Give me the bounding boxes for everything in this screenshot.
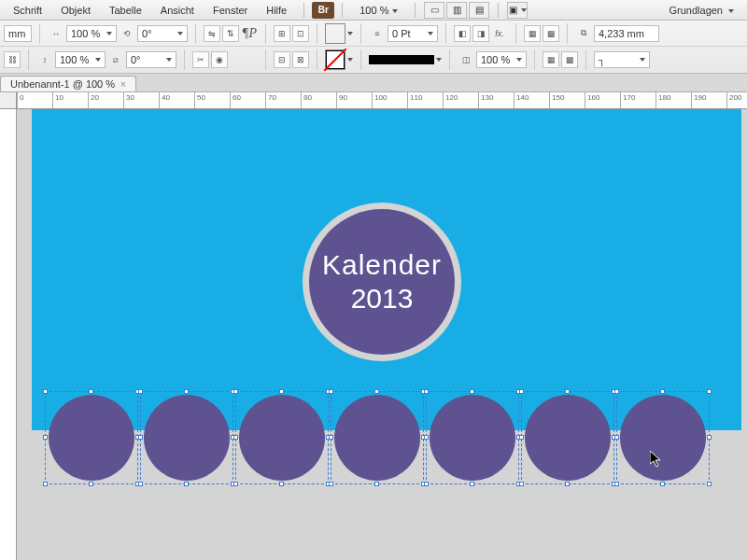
zoom-level[interactable]: 100 %	[350, 5, 407, 16]
selection-box[interactable]	[45, 391, 138, 484]
svg-line-0	[324, 49, 346, 71]
align-icon-2[interactable]: ⊡	[292, 25, 309, 42]
selection-box[interactable]	[426, 391, 519, 484]
effects-icon-2[interactable]: ◨	[472, 25, 489, 42]
wrap-icon-4[interactable]: ▩	[561, 51, 578, 68]
stroke-weight-icon: ≡	[369, 25, 386, 42]
horizontal-ruler[interactable]: 0102030405060708090100110120130140150160…	[17, 92, 747, 109]
selection-box[interactable]	[616, 391, 710, 484]
document-tab[interactable]: Unbenannt-1 @ 100 % ×	[0, 76, 136, 91]
flip-h-icon[interactable]: ⇋	[204, 25, 220, 42]
vertical-ruler[interactable]	[0, 109, 17, 560]
wrap-icon-3[interactable]: ▦	[543, 51, 559, 68]
view-mode-button-3[interactable]: ▤	[469, 2, 489, 19]
wrap-icon-2[interactable]: ▩	[543, 25, 559, 42]
flip-v-icon[interactable]: ⇅	[222, 25, 239, 42]
align-icon-1[interactable]: ⊞	[274, 25, 290, 42]
selection-box[interactable]	[235, 391, 329, 484]
canvas-area[interactable]: Kalender 2013	[0, 109, 747, 560]
control-panel: mm ↔ 100 % ⟲ 0° ⇋ ⇅ ¶P ⊞ ⊡ ≡ 0 Pt ◧ ◨ fx…	[0, 21, 747, 74]
shear-field[interactable]: 0°	[126, 51, 176, 68]
menu-ansicht[interactable]: Ansicht	[151, 0, 204, 21]
opacity-icon: ◫	[458, 51, 474, 68]
scale-x-icon: ↔	[48, 25, 64, 42]
wrap-icon-1[interactable]: ▦	[524, 25, 541, 42]
menu-schrift[interactable]: Schrift	[4, 0, 51, 21]
rotate-icon: ⟲	[119, 25, 135, 42]
effects-icon-1[interactable]: ◧	[454, 25, 471, 42]
document-tab-bar: Unbenannt-1 @ 100 % ×	[0, 74, 747, 92]
title-circle[interactable]: Kalender 2013	[309, 209, 455, 355]
measure-field[interactable]: 4,233 mm	[594, 25, 659, 42]
menu-fenster[interactable]: Fenster	[204, 0, 257, 21]
tool-icon-a[interactable]: ✂	[192, 51, 209, 68]
opacity-field[interactable]: 100 %	[476, 51, 527, 68]
rotate-field[interactable]: 0°	[137, 25, 188, 42]
corner-field[interactable]: ┐	[594, 51, 650, 68]
title-line-1: Kalender	[322, 249, 442, 281]
align-icon-3[interactable]: ⊟	[274, 51, 290, 68]
selection-box[interactable]	[331, 391, 424, 484]
page[interactable]: Kalender 2013	[32, 109, 741, 560]
shear-icon: ⧄	[107, 51, 124, 68]
selection-box[interactable]	[521, 391, 614, 484]
crop-icon: ⧉	[575, 25, 592, 42]
tool-icon-b[interactable]: ◉	[211, 51, 228, 68]
menu-objekt[interactable]: Objekt	[51, 0, 100, 21]
menu-hilfe[interactable]: Hilfe	[257, 0, 296, 21]
selection-box[interactable]	[140, 391, 233, 484]
unit-field[interactable]: mm	[4, 25, 32, 42]
fill-swatch[interactable]	[325, 23, 345, 44]
screen-mode-button[interactable]: ▣	[507, 2, 528, 19]
close-icon[interactable]: ×	[120, 79, 126, 90]
stroke-style[interactable]	[369, 55, 434, 64]
document-tab-label: Unbenannt-1 @ 100 %	[10, 78, 115, 90]
align-icon-4[interactable]: ⊠	[292, 51, 309, 68]
stroke-weight-field[interactable]: 0 Pt	[388, 25, 438, 42]
stroke-swatch[interactable]	[325, 49, 345, 70]
menu-bar: Schrift Objekt Tabelle Ansicht Fenster H…	[0, 0, 747, 21]
title-line-2: 2013	[351, 283, 414, 315]
workspace-switcher[interactable]: Grundlagen	[660, 5, 744, 16]
view-mode-button-1[interactable]: ▭	[424, 2, 444, 19]
scale-y-icon: ↕	[36, 51, 53, 68]
paragraph-icon[interactable]: ¶P	[241, 25, 258, 42]
bridge-icon[interactable]: Br	[312, 2, 334, 19]
ruler-origin[interactable]	[0, 92, 17, 109]
fx-icon[interactable]: fx.	[491, 25, 508, 42]
scale-x-field[interactable]: 100 %	[66, 25, 117, 42]
scale-y-field[interactable]: 100 %	[55, 51, 106, 68]
view-mode-button-2[interactable]: ▥	[446, 2, 467, 19]
link-icon[interactable]: ⛓	[4, 51, 21, 68]
menu-tabelle[interactable]: Tabelle	[100, 0, 151, 21]
